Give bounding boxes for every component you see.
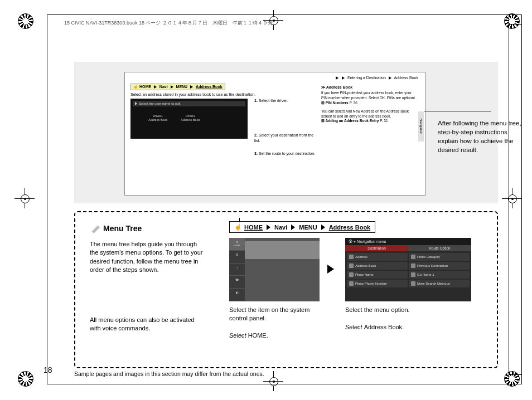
nav-menu-item: Place Phone Number (347, 280, 408, 287)
page-number: 18 (43, 365, 52, 374)
home-side-item: ⊞HOME (229, 238, 245, 251)
example-panel: Entering a Destination Address Book ☝ HO… (124, 72, 425, 196)
home-side-item: ＋ (229, 264, 245, 276)
home-panel (245, 241, 320, 259)
nav-menu-item: Address (347, 253, 408, 261)
triangle-icon (389, 76, 391, 80)
triangle-icon (291, 225, 295, 230)
screenshot-nav-menu: ⦿ ⇦ Navigation menu Destination Route Op… (345, 238, 471, 301)
caption: Select the item on the system control pa… (229, 306, 330, 340)
nav-tab: Route Option (408, 245, 471, 251)
nav-menu-item: Place Name (347, 271, 408, 279)
screenshot-select-driver: Select the user name to edit Driver1Addr… (130, 99, 248, 139)
driver-option: Driver2Address Book (181, 114, 200, 122)
menu-tree-paragraph: The menu tree helps guide you through th… (90, 240, 207, 275)
nav-menu-item: Place Category (409, 253, 470, 261)
page-frame: 15 CIVIC NAVI-31TR38300.book 18 ページ ２０１４… (47, 14, 522, 384)
side-tab-navigation: Navigation (418, 111, 424, 142)
doc-header: 15 CIVIC NAVI-31TR38300.book 18 ページ ２０１４… (64, 19, 273, 27)
driver-option: Driver1Address Book (148, 114, 167, 122)
menu-tree-heading: Menu Tree (90, 223, 142, 233)
example-side-notes: ≫ Address Book If you have PIN-protected… (321, 85, 416, 124)
nav-menu-item: Address Book (347, 262, 408, 270)
breadcrumb-top: Entering a Destination Address Book (334, 76, 418, 80)
caption: Select the menu option. Select Address B… (345, 306, 457, 331)
triangle-icon (336, 76, 338, 80)
menu-tree-box: Menu Tree The menu tree helps guide you … (74, 211, 498, 368)
callout-leader (424, 111, 491, 111)
nav-menu-item: Previous Destination (409, 262, 470, 270)
mini-breadcrumb: ☝ HOME Navi MENU Address Book (130, 84, 225, 90)
home-side-item: ◧ (229, 289, 245, 301)
triangle-icon (267, 225, 270, 230)
home-side-item: ☰ (229, 251, 245, 264)
nav-menu-item: More Search Methods (409, 280, 470, 287)
screenshot-home: ⊞HOME ☰ ＋ ☎ ◧ (229, 238, 320, 301)
menu-tree-breadcrumb: ☝ HOME Navi MENU Address Book (229, 221, 375, 233)
callout-text: After following the menu tree, step-by-s… (438, 119, 521, 154)
sample-note: Sample pages and images in this section … (74, 370, 264, 377)
example-area: Address Book Entering a Destination Addr… (74, 62, 498, 203)
brush-icon (90, 223, 100, 233)
nav-tab: Destination (345, 245, 408, 251)
menu-tree-paragraph: All menu options can also be activated w… (90, 316, 207, 333)
register-mark (18, 13, 33, 29)
callout-leader (239, 218, 240, 222)
steps-list: 1. Select the driver. 2. Select your des… (254, 98, 316, 164)
triangle-icon (321, 225, 325, 230)
home-side-item: ☎ (229, 276, 245, 289)
cross-mark (18, 192, 31, 205)
gutter (509, 15, 521, 384)
triangle-icon (342, 76, 345, 80)
nav-menu-item: Go Home 1 (409, 271, 470, 279)
register-mark (18, 371, 33, 387)
arrow-right-icon (327, 265, 334, 274)
